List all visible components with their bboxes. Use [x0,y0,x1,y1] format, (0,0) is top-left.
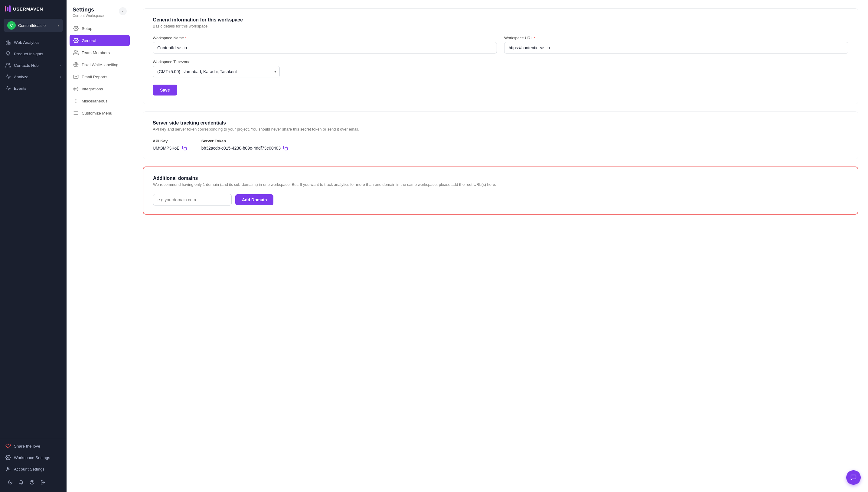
copy-api-key-icon[interactable] [182,146,187,150]
middle-nav-integrations[interactable]: Integrations [70,83,130,95]
workspace-url-input[interactable] [504,42,848,53]
svg-point-12 [74,50,76,52]
sidebar-label-share: Share the love [14,444,40,448]
sidebar-label-contacts-hub: Contacts Hub [14,63,39,68]
heart-icon [5,443,11,449]
events-icon [5,85,11,91]
sidebar-label-workspace-settings: Workspace Settings [14,456,50,460]
add-domain-button[interactable]: Add Domain [235,194,274,205]
svg-rect-0 [6,42,7,44]
timezone-label: Workspace Timezone [153,59,280,64]
general-info-desc: Basic details for this workspace. [153,24,848,28]
sidebar-item-analyze[interactable]: Analyze › [2,71,64,82]
middle-nav-customize-menu[interactable]: Customize Menu [70,107,130,119]
svg-point-10 [75,28,77,29]
logo-text: USERMAVEN [13,6,43,11]
sidebar-item-workspace-settings[interactable]: Workspace Settings [2,452,64,463]
chat-icon [850,474,857,481]
collapse-panel-button[interactable]: ‹ [119,7,127,15]
middle-nav-team-members[interactable]: Team Members [70,47,130,58]
required-star-name: * [185,36,186,40]
middle-panel-subtitle: Current Workspace [73,14,104,18]
middle-nav-label-integrations: Integrations [81,87,103,91]
workspace-url-group: Workspace URL * [504,36,848,53]
workspace-name-label: Workspace Name * [153,36,497,40]
additional-domains-desc: We recommend having only 1 domain (and i… [153,182,848,187]
svg-point-17 [76,99,76,100]
sidebar-label-events: Events [14,86,26,91]
sidebar-item-contacts-hub[interactable]: Contacts Hub › [2,60,64,71]
middle-nav-pixel-white-labelling[interactable]: Pixel White-labelling [70,59,130,70]
sidebar-bottom: Share the love Workspace Settings Accoun… [0,438,67,492]
copy-server-token-icon[interactable] [283,146,288,150]
sidebar-label-account-settings: Account Settings [14,467,44,471]
api-key-block: API Key UMt3MP3KoE [153,139,187,150]
svg-rect-23 [285,147,288,150]
server-token-value-row: bb32acdb-c015-4230-b09e-4ddf73e00403 [202,146,288,150]
svg-point-6 [7,467,9,469]
sidebar-item-share-the-love[interactable]: Share the love [2,441,64,451]
middle-nav-label-email: Email Reports [81,75,108,79]
sidebar-item-events[interactable]: Events [2,83,64,94]
save-button[interactable]: Save [153,84,177,96]
sidebar-item-product-insights[interactable]: Product Insights [2,48,64,59]
required-star-url: * [534,36,535,40]
middle-nav-setup[interactable]: Setup [70,23,130,34]
general-info-title: General information for this workspace [153,17,848,23]
server-token-value: bb32acdb-c015-4230-b09e-4ddf73e00403 [202,146,281,150]
lightbulb-icon [5,51,11,56]
credentials-grid: API Key UMt3MP3KoE Server Token bb32acdb… [153,139,848,150]
globe-icon [73,62,79,67]
general-icon [73,38,79,43]
sidebar-navigation: Web Analytics Product Insights Contacts … [0,36,67,438]
sidebar-item-web-analytics[interactable]: Web Analytics [2,37,64,48]
misc-icon [73,98,79,104]
middle-nav-label-pixel: Pixel White-labelling [81,63,119,67]
domain-input-row: Add Domain [153,194,848,205]
analyze-icon [5,74,11,79]
middle-nav-general[interactable]: General [70,35,130,46]
timezone-select[interactable]: (GMT+5:00) Islamabad, Karachi, Tashkent [153,66,280,77]
middle-nav-label-misc: Miscellaneous [81,99,108,103]
users-icon [5,63,11,68]
server-token-block: Server Token bb32acdb-c015-4230-b09e-4dd… [202,139,288,150]
general-info-card: General information for this workspace B… [143,8,858,104]
domain-input[interactable] [153,194,232,205]
user-settings-icon [5,466,11,472]
workspace-chevron-icon: ▾ [57,23,59,27]
middle-nav-email-reports[interactable]: Email Reports [70,71,130,82]
help-circle-icon[interactable] [27,477,37,487]
logo-bar-3 [9,5,10,12]
theme-toggle-icon[interactable] [5,477,15,487]
middle-nav-label-team: Team Members [81,50,110,55]
logo-bar-1 [5,6,6,11]
svg-point-11 [75,40,77,42]
logo-icon [5,5,10,12]
additional-domains-card: Additional domains We recommend having o… [143,167,858,215]
workspace-url-label: Workspace URL * [504,36,848,40]
team-icon [73,50,79,55]
analyze-chevron-icon: › [60,75,61,79]
workspace-selector[interactable]: C ContentIdeas.io ▾ [4,19,63,32]
middle-nav-miscellaneous[interactable]: Miscellaneous [70,95,130,107]
logout-icon[interactable] [38,477,48,487]
chat-bubble-button[interactable] [846,470,861,485]
workspace-name-input[interactable] [153,42,497,53]
sidebar-label-analyze: Analyze [14,75,28,79]
middle-nav-label-customize: Customize Menu [81,111,112,116]
middle-title-block: Settings Current Workspace [73,7,104,18]
bell-icon[interactable] [16,477,26,487]
bar-chart-icon [5,40,11,45]
left-sidebar: USERMAVEN C ContentIdeas.io ▾ Web Analyt… [0,0,67,492]
logo-bar-2 [7,7,8,11]
setup-icon [73,26,79,31]
workspace-name-url-row: Workspace Name * Workspace URL * [153,36,848,53]
svg-point-15 [76,89,76,90]
sidebar-item-account-settings[interactable]: Account Settings [2,464,64,474]
svg-point-5 [7,457,9,459]
timezone-select-wrapper: (GMT+5:00) Islamabad, Karachi, Tashkent … [153,66,280,77]
middle-header: Settings Current Workspace ‹ [67,0,133,23]
middle-panel: Settings Current Workspace ‹ Setup Gener… [67,0,133,492]
sidebar-utility-icons [2,475,64,487]
timezone-group: Workspace Timezone (GMT+5:00) Islamabad,… [153,59,280,77]
